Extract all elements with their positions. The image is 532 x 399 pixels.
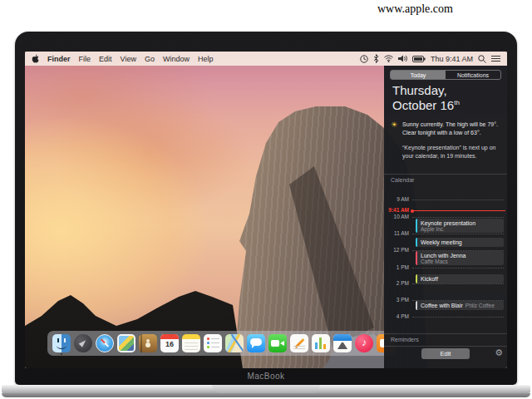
sun-icon: ☀ [391,121,402,137]
hour-line [412,283,504,284]
menu-item-window[interactable]: Window [163,55,190,63]
menu-item-help[interactable]: Help [198,55,214,63]
dock-reminders-icon[interactable] [204,334,222,352]
macbook-frame: Finder File Edit View Go Window Help Thu… [15,32,517,385]
spotlight-icon[interactable] [478,55,486,63]
dock-messages-icon[interactable] [247,334,265,352]
weather-widget: ☀ Sunny currently. The high will be 79°.… [391,121,502,137]
menu-bar: Finder File Edit View Go Window Help Thu… [25,52,507,66]
calendar-event[interactable]: Lunch with Jenna Caffè Macs [416,251,504,265]
dock-launchpad-icon[interactable] [74,334,92,352]
time-label: 2 PM [384,280,409,286]
calendar-event[interactable]: Kickoff [416,274,504,283]
up-next-text: “Keynote presentation” is next up on you… [402,144,500,160]
menu-item-view[interactable]: View [121,55,136,63]
apple-menu-icon[interactable] [32,54,39,63]
current-time-label: 9:41 AM [384,207,409,213]
calendar-event[interactable]: Coffee with BlairPhilz Coffee [416,301,504,310]
calendar-day-number: 16 [160,340,179,348]
macbook-base-lip [2,393,530,397]
divider [384,346,507,347]
macbook-label: MacBook [15,372,517,381]
current-time-dot [411,209,414,213]
hour-line [412,234,504,234]
hour-line [412,268,504,268]
dock-maps-icon[interactable] [225,334,244,352]
calendar-event[interactable]: Keynote presentation Apple Inc. [416,219,504,233]
tab-notifications[interactable]: Notifications [446,71,500,79]
menu-item-go[interactable]: Go [145,55,155,63]
divider [384,333,507,334]
time-label: 10 AM [384,214,409,219]
dock-pages-icon[interactable] [290,334,308,352]
date-line1: Thursday, [392,83,460,98]
divider [384,174,507,175]
hour-line [412,317,504,318]
event-subtitle: Caffè Macs [421,259,500,264]
page: www.apple.com Finder File Edit View Go W… [0,0,532,399]
macbook-base [2,385,530,393]
time-label: 1 PM [384,264,409,270]
dock-safari-icon[interactable] [96,334,114,352]
dock-keynote-icon[interactable] [333,334,352,352]
date-line2: October 16th [392,98,460,113]
bluetooth-icon[interactable] [373,54,379,63]
tab-today[interactable]: Today [391,71,446,79]
dock-notes-icon[interactable] [182,334,200,352]
battery-icon[interactable] [412,56,426,62]
event-title: Coffee with BlairPhilz Coffee [421,303,500,308]
date-heading: Thursday, October 16th [392,83,460,113]
notification-center-icon[interactable] [491,55,500,62]
dock-itunes-icon[interactable] [355,334,373,352]
macbook-base-notch [212,385,320,393]
calendar-event[interactable]: Weekly meeting [416,238,504,247]
gear-icon[interactable]: ⚙ [495,347,503,358]
menu-item-file[interactable]: File [79,55,91,63]
clock-icon[interactable] [360,55,368,63]
today-notifications-tabs: Today Notifications [390,70,501,80]
dock-finder-icon[interactable] [52,334,71,352]
menu-item-finder[interactable]: Finder [47,55,71,63]
time-label: 9 AM [384,196,409,202]
event-title: Keynote presentation [421,220,500,226]
menu-bar-status: Thu 9:41 AM [360,54,500,63]
menu-bar-clock[interactable]: Thu 9:41 AM [431,55,473,63]
dock: 16 [47,331,397,356]
notification-center-panel: Today Notifications Thursday, October 16… [384,66,507,368]
edit-button[interactable]: Edit [421,348,470,359]
event-subtitle: Philz Coffee [466,303,495,308]
calendar-section-label: Calendar [391,177,414,183]
wifi-icon[interactable] [384,55,393,62]
weather-summary: Sunny currently. The high will be 79°. C… [402,121,502,137]
dock-contacts-icon[interactable] [139,334,157,352]
hour-line [412,217,504,218]
dock-photos-icon[interactable] [117,334,135,352]
date-suffix: th [454,99,460,106]
finder-running-indicator [61,353,62,355]
time-label: 3 PM [384,297,409,303]
volume-icon[interactable] [398,55,407,62]
page-caption: www.apple.com [377,2,453,16]
event-title: Weekly meeting [421,239,500,245]
screen: Finder File Edit View Go Window Help Thu… [25,52,507,368]
event-title: Kickoff [421,276,500,282]
event-title: Lunch with Jenna [421,253,500,259]
reminders-section-label: Reminders [391,337,419,342]
hour-line [412,200,504,200]
menu-item-edit[interactable]: Edit [99,55,112,63]
dock-calendar-icon[interactable]: 16 [160,334,179,352]
event-subtitle: Apple Inc. [421,226,500,232]
time-label: 4 PM [384,313,409,319]
current-time-line [412,210,505,211]
dock-facetime-icon[interactable] [268,334,287,352]
time-label: 11 AM [384,230,409,236]
dock-numbers-icon[interactable] [312,334,330,352]
time-label: 12 PM [384,247,409,253]
